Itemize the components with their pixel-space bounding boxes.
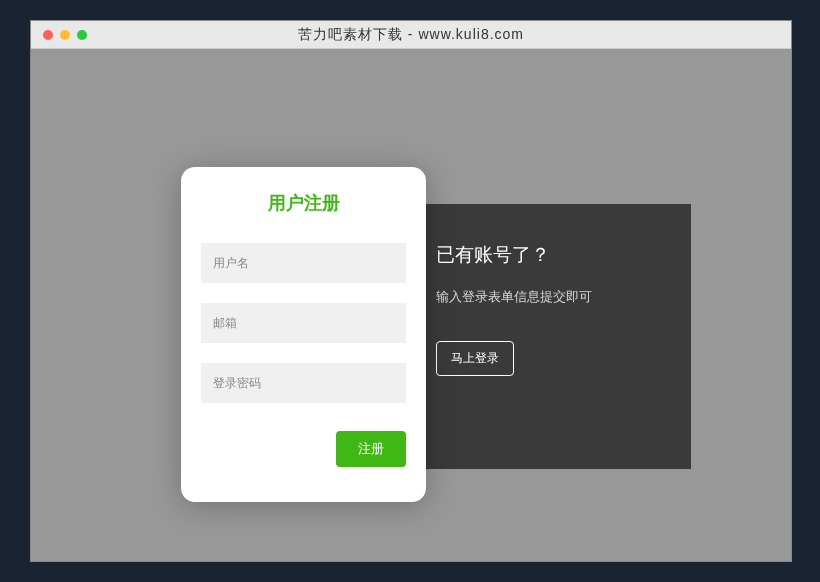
submit-wrap: 注册 xyxy=(201,431,406,467)
panel-description: 输入登录表单信息提交即可 xyxy=(436,288,661,306)
password-input[interactable] xyxy=(201,363,406,403)
browser-window: 苦力吧素材下载 - www.kuli8.com 已有账号了？ 输入登录表单信息提… xyxy=(30,20,792,562)
minimize-icon[interactable] xyxy=(60,30,70,40)
window-title: 苦力吧素材下载 - www.kuli8.com xyxy=(298,26,524,44)
username-input[interactable] xyxy=(201,243,406,283)
login-now-button[interactable]: 马上登录 xyxy=(436,341,514,376)
traffic-lights xyxy=(31,30,87,40)
title-bar: 苦力吧素材下载 - www.kuli8.com xyxy=(31,21,791,49)
panel-heading: 已有账号了？ xyxy=(436,242,661,268)
login-prompt-panel: 已有账号了？ 输入登录表单信息提交即可 马上登录 xyxy=(406,204,691,469)
register-button[interactable]: 注册 xyxy=(336,431,406,467)
register-card: 用户注册 注册 xyxy=(181,167,426,502)
maximize-icon[interactable] xyxy=(77,30,87,40)
email-input[interactable] xyxy=(201,303,406,343)
close-icon[interactable] xyxy=(43,30,53,40)
register-title: 用户注册 xyxy=(201,191,406,215)
content-area: 已有账号了？ 输入登录表单信息提交即可 马上登录 用户注册 注册 xyxy=(31,49,791,561)
